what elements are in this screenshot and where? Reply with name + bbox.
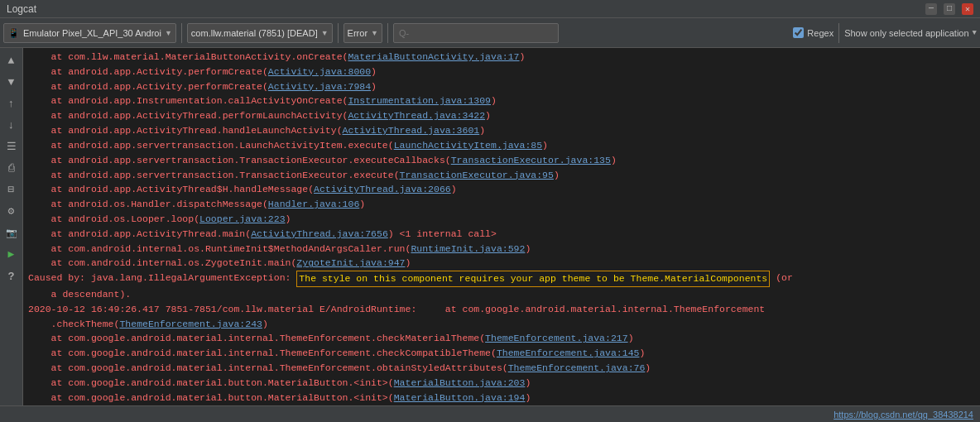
link-ZygoteInit[interactable]: ZygoteInit.java:947 [296, 257, 405, 268]
log-line: at android.app.servertransaction.Transac… [26, 168, 977, 183]
log-line: at com.google.android.material.internal.… [26, 331, 977, 346]
caused-by-line: Caused by: java.lang.IllegalArgumentExce… [26, 271, 977, 287]
link-ActivityThread-2066[interactable]: ActivityThread.java:2066 [314, 184, 451, 194]
log-line: at android.app.Activity.performCreate(Ac… [26, 65, 977, 79]
emulator-label: Emulator Pixel_XL_API_30 Androi [23, 28, 161, 38]
regex-checkbox-label[interactable]: Regex [793, 27, 833, 38]
settings-icon[interactable]: ⚙ [2, 202, 21, 220]
log-line: at com.google.android.material.button.Ma… [26, 376, 977, 391]
link-TransactionExecutor-95[interactable]: TransactionExecutor.java:95 [400, 170, 554, 180]
log-line: 2020-10-12 16:49:26.417 7851-7851/com.ll… [26, 302, 977, 317]
toolbar: 📱 Emulator Pixel_XL_API_30 Androi ▼ com.… [0, 18, 980, 48]
link-Looper[interactable]: Looper.java:223 [199, 213, 286, 224]
separator-1 [181, 23, 182, 43]
link-ThemeEnforcement-145[interactable]: ThemeEnforcement.java:145 [497, 348, 640, 358]
play-icon[interactable]: ▶ [2, 245, 21, 263]
list-icon[interactable]: ☰ [2, 137, 21, 156]
link-ThemeEnforcement-217[interactable]: ThemeEnforcement.java:217 [485, 333, 628, 343]
log-line: at com.google.android.material.button.Ma… [26, 391, 977, 405]
link-Instrumentation[interactable]: Instrumentation.java:1309 [348, 95, 491, 106]
link-TransactionExecutor-135[interactable]: TransactionExecutor.java:135 [451, 155, 611, 165]
link-RuntimeInit[interactable]: RuntimeInit.java:592 [411, 243, 525, 254]
link-LaunchActivityItem[interactable]: LaunchActivityItem.java:85 [394, 140, 542, 151]
package-dropdown[interactable]: com.llw.material (7851) [DEAD] ▼ [187, 23, 333, 43]
log-line-continuation: a descendant). [26, 287, 977, 302]
cause-prefix: Caused by: java.lang.IllegalArgumentExce… [28, 271, 296, 285]
print-icon[interactable]: ⎙ [2, 159, 21, 177]
search-input[interactable] [399, 28, 553, 38]
link-MaterialButtonActivity[interactable]: MaterialButtonActivity.java:17 [348, 51, 519, 62]
level-dropdown[interactable]: Error ▼ [343, 23, 382, 43]
regex-label: Regex [807, 28, 833, 38]
search-box[interactable] [393, 23, 559, 43]
maximize-button[interactable]: □ [944, 3, 955, 15]
log-line: at android.app.ActivityThread.handleLaun… [26, 123, 977, 138]
close-button[interactable]: ✕ [962, 3, 973, 15]
level-label: Error [348, 28, 368, 38]
log-line: at android.app.Activity.performCreate(Ac… [26, 79, 977, 94]
cause-highlight-box: The style on this component requires you… [296, 271, 770, 287]
log-line: at android.app.servertransaction.Transac… [26, 153, 977, 168]
log-line: at android.os.Handler.dispatchMessage(Ha… [26, 197, 977, 212]
show-selected-arrow: ▼ [973, 29, 977, 37]
log-line: at android.app.Instrumentation.callActiv… [26, 94, 977, 108]
separator-2 [338, 23, 339, 43]
down-icon[interactable]: ▼ [2, 73, 21, 91]
filter-icon[interactable]: ⊟ [2, 180, 21, 199]
log-content[interactable]: at com.llw.material.MaterialButtonActivi… [23, 48, 980, 405]
status-bar: https://blog.csdn.net/qq_38438214 [0, 405, 980, 422]
regex-checkbox[interactable] [793, 27, 804, 38]
left-sidebar: ▲ ▼ ↑ ↓ ☰ ⎙ ⊟ ⚙ 📷 ▶ ? [0, 48, 23, 405]
show-selected-label: Show only selected application [844, 28, 968, 38]
log-line: at com.android.internal.os.RuntimeInit$M… [26, 242, 977, 257]
separator-4 [838, 23, 839, 43]
log-line: at android.app.servertransaction.LaunchA… [26, 138, 977, 153]
status-bar-url[interactable]: https://blog.csdn.net/qq_38438214 [833, 410, 973, 420]
title-bar-controls: ─ □ ✕ [925, 3, 973, 15]
link-Activity-8000[interactable]: Activity.java:8000 [268, 66, 371, 77]
down-arrow-icon[interactable]: ↓ [2, 116, 21, 134]
log-line: at android.app.ActivityThread.main(Activ… [26, 227, 977, 242]
link-ActivityThread-7656[interactable]: ActivityThread.java:7656 [251, 228, 388, 239]
link-ThemeEnforcement-76[interactable]: ThemeEnforcement.java:76 [508, 362, 646, 373]
package-label: com.llw.material (7851) [DEAD] [191, 28, 318, 38]
log-line: at com.llw.material.MaterialButtonActivi… [26, 50, 977, 65]
link-ActivityThread-3601[interactable]: ActivityThread.java:3601 [343, 125, 480, 136]
link-Handler[interactable]: Handler.java:106 [268, 199, 359, 209]
log-line: at com.google.android.material.internal.… [26, 361, 977, 376]
emulator-dropdown[interactable]: 📱 Emulator Pixel_XL_API_30 Androi ▼ [3, 23, 176, 43]
cause-suffix: (or [770, 271, 793, 285]
up-icon[interactable]: ▲ [2, 51, 21, 70]
log-line: at android.os.Looper.loop(Looper.java:22… [26, 212, 977, 227]
link-ActivityThread-3422[interactable]: ActivityThread.java:3422 [348, 110, 485, 121]
log-line: at android.app.ActivityThread.performLau… [26, 108, 977, 123]
link-MaterialButton-203[interactable]: MaterialButton.java:203 [394, 377, 526, 388]
log-line: at com.android.internal.os.ZygoteInit.ma… [26, 256, 977, 271]
title-bar-label: Logcat [7, 3, 36, 15]
link-ThemeEnforcement-243[interactable]: ThemeEnforcement.java:243 [119, 319, 262, 329]
up-arrow-icon[interactable]: ↑ [2, 94, 21, 113]
main-area: ▲ ▼ ↑ ↓ ☰ ⎙ ⊟ ⚙ 📷 ▶ ? at com.llw.materia… [0, 48, 980, 405]
link-Activity-7984[interactable]: Activity.java:7984 [268, 81, 371, 92]
emulator-dropdown-arrow: ▼ [165, 29, 172, 37]
emulator-icon: 📱 [7, 27, 20, 39]
level-dropdown-arrow: ▼ [371, 29, 378, 37]
package-dropdown-arrow: ▼ [321, 29, 329, 37]
log-line: .checkTheme(ThemeEnforcement.java:243) [26, 317, 977, 332]
camera-icon[interactable]: 📷 [2, 223, 21, 242]
title-bar: Logcat ─ □ ✕ [0, 0, 980, 18]
log-line: at android.app.ActivityThread$H.handleMe… [26, 182, 977, 197]
minimize-button[interactable]: ─ [925, 3, 937, 15]
link-MaterialButton-194[interactable]: MaterialButton.java:194 [394, 392, 526, 403]
question-icon[interactable]: ? [2, 266, 21, 285]
separator-3 [387, 23, 388, 43]
log-line: at com.google.android.material.internal.… [26, 346, 977, 361]
